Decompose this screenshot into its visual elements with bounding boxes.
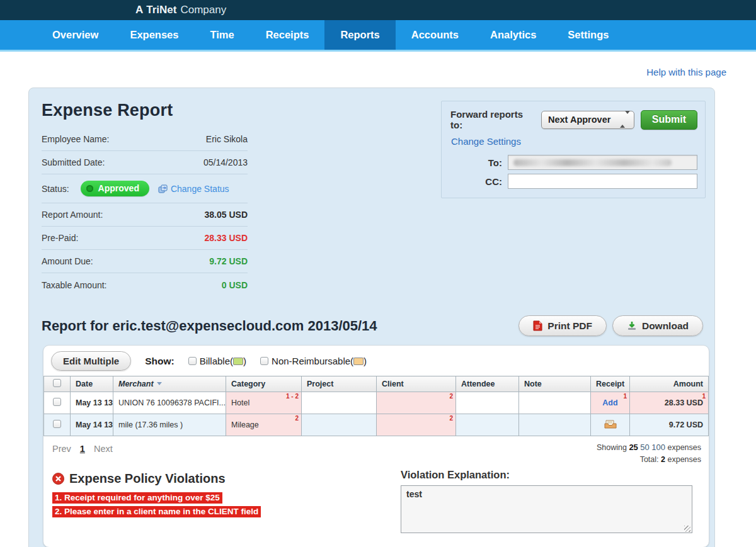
submit-button[interactable]: Submit [641,110,697,130]
violations-heading: Expense Policy Violations [69,471,226,486]
field-label: Taxable Amount: [42,280,107,290]
field-submitted-date: Submitted Date: 05/14/2013 [42,151,248,174]
forward-reports-panel: Forward reports to: Next Approver Submit… [441,101,706,198]
non-reimbursable-checkbox[interactable] [260,357,268,365]
violation-flag: 2 [295,415,299,422]
page-size-50[interactable]: 50 [640,443,649,452]
resize-grip[interactable] [684,526,690,532]
redacted-email [513,159,672,166]
current-page[interactable]: 1 [80,444,85,454]
next-page-link[interactable]: Next [94,444,113,454]
print-pdf-button[interactable]: Print PDF [518,315,607,336]
col-header-attendee[interactable]: Attendee [456,376,519,392]
add-receipt-link[interactable]: Add [602,398,617,407]
expenses-table: Date Merchant Category Project Client At… [43,376,709,436]
field-value: 38.05 USD [205,210,248,220]
brand-prefix: A [135,4,143,16]
cell-client: 2 [377,414,456,436]
cell-amount: 128.33 USD [630,392,709,414]
pdf-icon [533,320,542,331]
x-circle-icon [52,473,64,485]
col-header-project[interactable]: Project [302,376,377,392]
violation-flag: 1 [623,393,627,400]
forward-to-select[interactable]: Next Approver [541,111,634,129]
cell-note [519,414,591,436]
page-size-100[interactable]: 100 [651,443,665,452]
to-input[interactable] [508,155,697,170]
field-label: Submitted Date: [42,157,105,167]
expense-report-card: Expense Report Employee Name: Eric Sikol… [28,87,715,547]
row-checkbox[interactable] [53,420,61,428]
prev-page-link[interactable]: Prev [52,444,71,454]
tab-expenses[interactable]: Expenses [114,20,194,50]
show-label: Show: [145,356,175,367]
col-header-note[interactable]: Note [519,376,591,392]
tab-time[interactable]: Time [194,20,249,50]
change-status-link[interactable]: Change Status [158,184,229,194]
field-value: 0 USD [222,280,248,290]
field-label: Amount Due: [42,256,93,266]
showing-controls: Showing 25 50 100 expenses Total: 2 expe… [597,441,701,466]
select-all-checkbox[interactable] [53,379,61,387]
filter-non-reimbursable: Non-Reimbursable() [260,356,367,366]
col-header-category[interactable]: Category [226,376,302,392]
report-fields: Employee Name: Eric Sikola Submitted Dat… [42,128,248,296]
brand-trinet: TriNet [146,4,176,16]
tab-accounts[interactable]: Accounts [396,20,474,50]
field-taxable-amount: Taxable Amount: 0 USD [42,273,248,296]
brand-bar: A TriNet Company [0,0,756,20]
cell-merchant: mile (17.36 miles ) [113,414,226,436]
tab-reports[interactable]: Reports [324,20,395,50]
row-checkbox[interactable] [53,398,61,406]
download-button[interactable]: Download [612,315,703,336]
filter-billable: Billable() [188,356,246,366]
billable-checkbox[interactable] [188,357,197,365]
help-link[interactable]: Help with this page [646,67,726,77]
cell-amount: 9.72 USD [630,414,709,436]
cell-date: May 13 13 [71,392,113,414]
violation-flag: 2 [449,393,453,400]
violation-flag: 2 [449,415,453,422]
edit-multiple-button[interactable]: Edit Multiple [51,351,131,371]
field-value: 05/14/2013 [203,157,248,167]
field-label: Status: [42,184,69,194]
field-report-amount: Report Amount: 38.05 USD [42,203,248,227]
cell-attendee [456,414,519,436]
total-expenses: Total: 2 expenses [597,454,701,466]
tab-settings[interactable]: Settings [552,20,624,50]
col-header-client[interactable]: Client [377,376,456,392]
field-pre-paid: Pre-Paid: 28.33 USD [42,227,248,250]
col-header-date[interactable]: Date [71,376,113,392]
cell-date: May 14 13 [71,414,113,436]
forward-reports-label: Forward reports to: [450,109,535,130]
non-reimbursable-swatch [353,358,364,365]
col-header-amount[interactable]: Amount [630,376,709,392]
violation-explanation-textarea[interactable]: test [401,485,692,533]
field-label: Report Amount: [42,210,103,220]
tab-receipts[interactable]: Receipts [250,20,325,50]
help-row: Help with this page [0,52,756,87]
col-header-merchant[interactable]: Merchant [113,376,226,392]
change-settings-link[interactable]: Change Settings [451,136,521,147]
col-header-receipt[interactable]: Receipt [591,376,630,392]
download-icon [627,321,637,331]
brand-company: Company [180,4,226,16]
tab-analytics[interactable]: Analytics [474,20,552,50]
cc-label: CC: [450,176,502,187]
cell-client: 2 [377,392,456,414]
field-employee-name: Employee Name: Eric Sikola [42,128,248,151]
cell-category: 1 - 2Hotel [226,392,302,414]
report-section-title: Report for eric.test@expensecloud.com 20… [42,318,377,334]
cc-input[interactable] [508,174,697,189]
policy-violations: Expense Policy Violations 1. Receipt req… [52,468,370,536]
tab-overview[interactable]: Overview [37,20,114,50]
change-status-icon [158,184,168,193]
violation-item: 2. Please enter in a client name in the … [52,506,261,517]
violation-item: 1. Receipt required for anything over $2… [52,492,222,504]
cell-project [302,414,377,436]
page-size-25[interactable]: 25 [629,443,638,452]
violation-flag: 1 [702,393,706,400]
receipt-icon[interactable] [604,419,617,429]
expense-row: May 13 13 UNION 76 10096378 PACIFI... 1 … [44,392,709,414]
cell-receipt [591,414,630,436]
